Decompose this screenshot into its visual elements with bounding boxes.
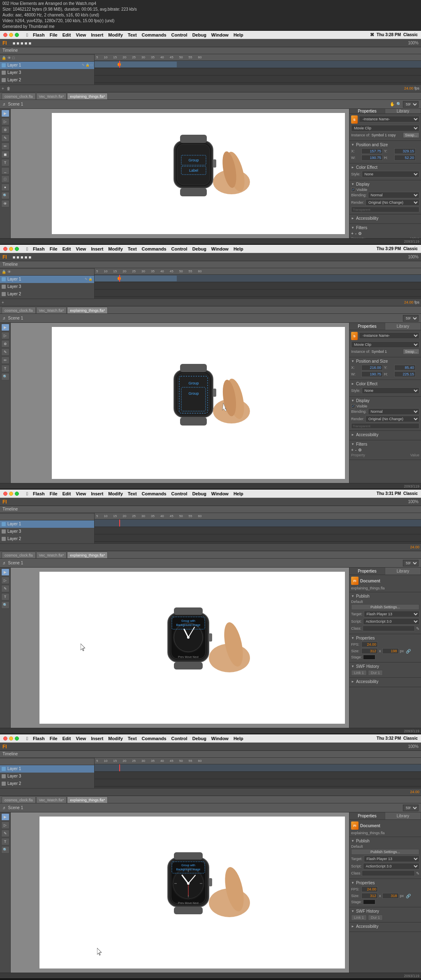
menu-view-1[interactable]: View bbox=[76, 32, 86, 37]
zoom-select-2[interactable]: 59% bbox=[403, 315, 419, 322]
style-dropdown-2[interactable]: None bbox=[362, 387, 419, 394]
zoom-tool-1[interactable]: 🔍 bbox=[1, 192, 9, 199]
menu-file-1[interactable]: File bbox=[50, 32, 58, 37]
tl-layer-1-3[interactable]: Layer 1 bbox=[0, 520, 94, 528]
minimize-button-4[interactable] bbox=[9, 736, 13, 741]
minimize-button-1[interactable] bbox=[9, 33, 13, 37]
swf-header-3[interactable]: ▼ SWF History bbox=[351, 664, 419, 669]
pencil-tool-4[interactable]: ✎ bbox=[1, 830, 9, 837]
timeline-layer-1-2[interactable]: Layer 1 ✎ 🔒 bbox=[0, 276, 94, 283]
select-tool-3[interactable]: ▶ bbox=[1, 568, 9, 576]
menu-modify-4[interactable]: Modify bbox=[108, 736, 123, 741]
class-input-4[interactable] bbox=[362, 870, 415, 876]
library-tab-2[interactable]: Library bbox=[385, 323, 421, 330]
target-dropdown-3[interactable]: Flash Player 13 bbox=[364, 611, 419, 617]
y-input-2[interactable] bbox=[394, 365, 416, 370]
text-tool-1[interactable]: T bbox=[1, 159, 9, 166]
menu-help-1[interactable]: Help bbox=[234, 32, 243, 37]
pencil-tool-2[interactable]: ✎ bbox=[1, 348, 9, 356]
swap-button-1[interactable]: Swap... bbox=[403, 132, 419, 138]
properties-tab-2[interactable]: Properties bbox=[349, 323, 385, 330]
x-input-2[interactable] bbox=[361, 365, 383, 370]
visible-checkbox-2[interactable]: ✓ bbox=[351, 404, 355, 408]
size-h-input-3[interactable] bbox=[382, 648, 399, 654]
zoom-tool-3[interactable]: 🔍 bbox=[1, 601, 9, 609]
select-tool-2[interactable]: ▶ bbox=[1, 324, 9, 331]
menu-view-3[interactable]: View bbox=[76, 491, 86, 496]
tab-explaining-2[interactable]: explaining_things.fla* bbox=[67, 307, 108, 313]
tab-vec-2[interactable]: Vec_Watch.fla* bbox=[36, 307, 67, 313]
maximize-button-2[interactable] bbox=[15, 247, 19, 251]
filters-header-1[interactable]: ▼ Filters bbox=[351, 225, 419, 230]
traffic-lights-3[interactable] bbox=[3, 492, 19, 496]
timeline-layer-1-selected[interactable]: Layer 1 ✎ 🔒 □ bbox=[0, 62, 94, 69]
menu-commands-3[interactable]: Commands bbox=[142, 491, 167, 496]
rect-tool-1[interactable]: □ bbox=[1, 175, 9, 183]
size-edit-icon-4[interactable]: 🔗 bbox=[406, 894, 411, 898]
display-header-1[interactable]: ▼ Display bbox=[351, 182, 419, 186]
doc-props-header-3[interactable]: ▼ Properties bbox=[351, 636, 419, 640]
render-dropdown-1[interactable]: Original (No Change) bbox=[365, 199, 419, 206]
acc-header-4[interactable]: ► Accessibility bbox=[351, 924, 419, 929]
swf-link-btn-3[interactable]: Link 1 bbox=[351, 670, 367, 676]
filter-options-icon-1[interactable]: ⚙ bbox=[358, 231, 362, 236]
menu-edit-3[interactable]: Edit bbox=[62, 491, 71, 496]
library-tab-4[interactable]: Library bbox=[385, 812, 421, 819]
subselect-tool-1[interactable]: ▷ bbox=[1, 118, 9, 125]
tab-cosmos-4[interactable]: cosmos_clock.fla bbox=[2, 796, 36, 803]
add-filter-icon-1[interactable]: + bbox=[351, 231, 354, 236]
timeline-layer-3[interactable]: Layer 3 bbox=[0, 69, 94, 76]
menu-window-3[interactable]: Window bbox=[211, 491, 229, 496]
brush-tool-1[interactable]: ✏ bbox=[1, 143, 9, 150]
publish-settings-btn-4[interactable]: Publish Settings... bbox=[351, 849, 419, 855]
tab-explaining-3[interactable]: explaining_things.fla* bbox=[67, 552, 108, 558]
fps-input-4[interactable] bbox=[361, 886, 378, 892]
menu-control-1[interactable]: Control bbox=[171, 32, 187, 37]
menu-window-2[interactable]: Window bbox=[211, 246, 229, 251]
doc-props-header-4[interactable]: ▼ Properties bbox=[351, 881, 419, 885]
traffic-lights-1[interactable] bbox=[3, 33, 19, 37]
menu-file-4[interactable]: File bbox=[50, 736, 58, 741]
display-header-2[interactable]: ▼ Display bbox=[351, 398, 419, 403]
ink-tool-1[interactable]: ● bbox=[1, 184, 9, 191]
tab-explaining-1[interactable]: explaining_things.fla* bbox=[67, 93, 108, 99]
acc-header-2[interactable]: ► Accessibility bbox=[351, 432, 419, 437]
menu-debug-2[interactable]: Debug bbox=[192, 246, 206, 251]
tab-vec-4[interactable]: Vec_Watch.fla* bbox=[36, 796, 67, 803]
visible-checkbox-1[interactable]: ✓ bbox=[351, 188, 355, 192]
stage-color-swatch-3[interactable] bbox=[363, 655, 375, 660]
menu-commands-2[interactable]: Commands bbox=[142, 246, 167, 251]
zoom-icon-1[interactable]: 🔍 bbox=[396, 102, 401, 106]
hand-icon-1[interactable]: ✋ bbox=[390, 102, 395, 106]
zoom-tool-4[interactable]: 🔍 bbox=[1, 846, 9, 853]
menu-insert-3[interactable]: Insert bbox=[91, 491, 103, 496]
menu-help-3[interactable]: Help bbox=[234, 491, 243, 496]
instance-name-dropdown-1[interactable]: -Instance Name- bbox=[359, 116, 419, 122]
traffic-lights-2[interactable] bbox=[3, 247, 19, 251]
swf-link-btn-4[interactable]: Link 1 bbox=[351, 915, 367, 920]
add-layer-icon-1[interactable]: + bbox=[2, 86, 4, 91]
remove-filter-icon-1[interactable]: - bbox=[355, 231, 356, 236]
line-tool-1[interactable]: ⎯ bbox=[1, 167, 9, 175]
menu-commands-1[interactable]: Commands bbox=[142, 32, 167, 37]
tab-cosmos-1[interactable]: cosmos_clock.fla bbox=[2, 93, 36, 99]
tl-layer-3-3[interactable]: Layer 3 bbox=[0, 528, 94, 535]
close-button-4[interactable] bbox=[3, 736, 7, 741]
script-dropdown-3[interactable]: ActionScript 3.0 bbox=[363, 618, 419, 625]
library-tab-3[interactable]: Library bbox=[385, 568, 421, 575]
fps-input-3[interactable] bbox=[361, 642, 378, 647]
zoom-select-3[interactable]: 59% bbox=[403, 560, 419, 566]
menu-debug-1[interactable]: Debug bbox=[192, 32, 206, 37]
menu-text-2[interactable]: Text bbox=[128, 246, 137, 251]
minimize-button-2[interactable] bbox=[9, 247, 13, 251]
swf-header-4[interactable]: ▼ SWF History bbox=[351, 909, 419, 913]
text-tool-4[interactable]: T bbox=[1, 838, 9, 845]
menu-insert-4[interactable]: Insert bbox=[91, 736, 103, 741]
acc-header-3[interactable]: ► Accessibility bbox=[351, 679, 419, 684]
size-w-input-3[interactable] bbox=[361, 648, 378, 654]
render-dropdown-2[interactable]: Original (No Change) bbox=[365, 416, 419, 422]
menu-modify-2[interactable]: Modify bbox=[108, 246, 123, 251]
filter-options-icon-2[interactable]: ⚙ bbox=[358, 448, 362, 452]
script-dropdown-4[interactable]: ActionScript 3.0 bbox=[363, 863, 419, 870]
blending-dropdown-1[interactable]: Normal bbox=[368, 192, 419, 198]
